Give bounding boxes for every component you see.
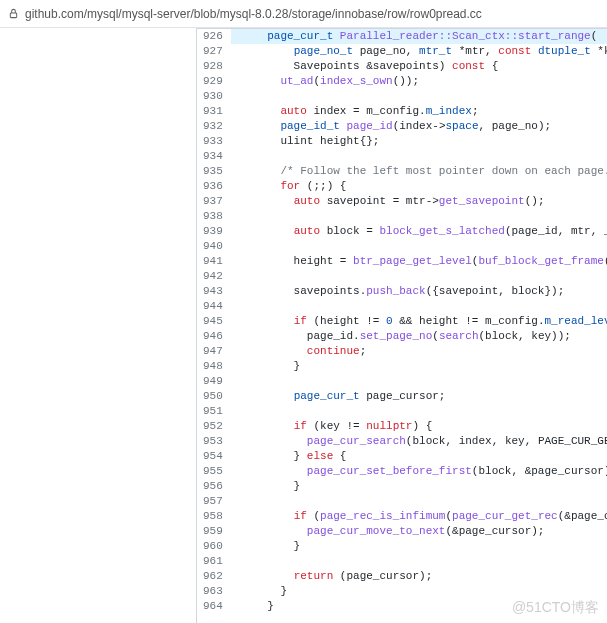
code-line: 931 auto index = m_config.m_index; [197,104,607,119]
code-line: 933 ulint height{}; [197,134,607,149]
line-content[interactable]: if (page_rec_is_infimum(page_cur_get_rec… [231,509,607,524]
line-number[interactable]: 940 [197,239,231,254]
line-content[interactable]: height = btr_page_get_level(buf_block_ge… [231,254,607,269]
line-number[interactable]: 953 [197,434,231,449]
line-content[interactable]: } [231,599,607,614]
line-content[interactable]: } [231,539,607,554]
line-number[interactable]: 957 [197,494,231,509]
line-number[interactable]: 932 [197,119,231,134]
line-number[interactable]: 943 [197,284,231,299]
line-content[interactable]: page_cur_set_before_first(block, &page_c… [231,464,607,479]
code-line: 943 savepoints.push_back({savepoint, blo… [197,284,607,299]
line-number[interactable]: 937 [197,194,231,209]
line-number[interactable]: 927 [197,44,231,59]
line-number[interactable]: 947 [197,344,231,359]
line-number[interactable]: 949 [197,374,231,389]
line-content[interactable] [231,269,607,284]
line-number[interactable]: 955 [197,464,231,479]
line-number[interactable]: 930 [197,89,231,104]
code-line: 928 Savepoints &savepoints) const { [197,59,607,74]
line-number[interactable]: 938 [197,209,231,224]
code-line: 946 page_id.set_page_no(search(block, ke… [197,329,607,344]
line-number[interactable]: 961 [197,554,231,569]
code-line: 942 [197,269,607,284]
code-line: 962 return (page_cursor); [197,569,607,584]
line-number[interactable]: 941 [197,254,231,269]
line-number[interactable]: 928 [197,59,231,74]
line-number[interactable]: 931 [197,104,231,119]
line-number[interactable]: 929 [197,74,231,89]
line-number[interactable]: 944 [197,299,231,314]
line-number[interactable]: 942 [197,269,231,284]
line-number[interactable]: 936 [197,179,231,194]
line-content[interactable]: auto index = m_config.m_index; [231,104,607,119]
line-content[interactable]: } [231,359,607,374]
code-viewer[interactable]: 926 page_cur_t Parallel_reader::Scan_ctx… [196,28,607,623]
line-content[interactable] [231,89,607,104]
line-content[interactable]: for (;;) { [231,179,607,194]
line-content[interactable]: } [231,584,607,599]
line-content[interactable]: continue; [231,344,607,359]
line-number[interactable]: 952 [197,419,231,434]
line-number[interactable]: 935 [197,164,231,179]
line-number[interactable]: 951 [197,404,231,419]
code-line: 939 auto block = block_get_s_latched(pag… [197,224,607,239]
code-line: 948 } [197,359,607,374]
line-content[interactable]: /* Follow the left most pointer down on … [231,164,607,179]
line-content[interactable]: if (key != nullptr) { [231,419,607,434]
line-content[interactable] [231,209,607,224]
code-line: 938 [197,209,607,224]
line-content[interactable]: page_id.set_page_no(search(block, key)); [231,329,607,344]
line-content[interactable]: page_no_t page_no, mtr_t *mtr, const dtu… [231,44,607,59]
line-number[interactable]: 948 [197,359,231,374]
line-content[interactable]: return (page_cursor); [231,569,607,584]
line-number[interactable]: 945 [197,314,231,329]
line-number[interactable]: 950 [197,389,231,404]
line-number[interactable]: 956 [197,479,231,494]
code-line: 930 [197,89,607,104]
line-content[interactable]: ulint height{}; [231,134,607,149]
line-number[interactable]: 964 [197,599,231,614]
line-content[interactable]: if (height != 0 && height != m_config.m_… [231,314,607,329]
line-content[interactable] [231,554,607,569]
line-content[interactable] [231,404,607,419]
line-number[interactable]: 939 [197,224,231,239]
line-content[interactable]: savepoints.push_back({savepoint, block})… [231,284,607,299]
line-number[interactable]: 933 [197,134,231,149]
line-content[interactable]: page_cur_t Parallel_reader::Scan_ctx::st… [231,29,607,44]
line-content[interactable]: ut_ad(index_s_own()); [231,74,607,89]
code-line: 929 ut_ad(index_s_own()); [197,74,607,89]
line-number[interactable]: 946 [197,329,231,344]
line-number[interactable]: 959 [197,524,231,539]
line-number[interactable]: 954 [197,449,231,464]
code-line: 936 for (;;) { [197,179,607,194]
line-content[interactable]: } else { [231,449,607,464]
code-line: 963 } [197,584,607,599]
line-content[interactable]: Savepoints &savepoints) const { [231,59,607,74]
line-content[interactable]: auto block = block_get_s_latched(page_id… [231,224,607,239]
line-content[interactable]: auto savepoint = mtr->get_savepoint(); [231,194,607,209]
line-content[interactable]: page_cur_move_to_next(&page_cursor); [231,524,607,539]
code-line: 958 if (page_rec_is_infimum(page_cur_get… [197,509,607,524]
line-number[interactable]: 926 [197,29,231,44]
line-content[interactable]: page_id_t page_id(index->space, page_no)… [231,119,607,134]
address-bar[interactable]: github.com/mysql/mysql-server/blob/mysql… [0,0,607,28]
line-number[interactable]: 934 [197,149,231,164]
line-content[interactable] [231,299,607,314]
line-number[interactable]: 958 [197,509,231,524]
code-line: 926 page_cur_t Parallel_reader::Scan_ctx… [197,29,607,44]
lock-icon [8,8,19,19]
line-content[interactable] [231,494,607,509]
line-content[interactable] [231,149,607,164]
line-number[interactable]: 962 [197,569,231,584]
code-line: 959 page_cur_move_to_next(&page_cursor); [197,524,607,539]
code-line: 952 if (key != nullptr) { [197,419,607,434]
line-number[interactable]: 963 [197,584,231,599]
code-line: 927 page_no_t page_no, mtr_t *mtr, const… [197,44,607,59]
line-content[interactable] [231,374,607,389]
line-content[interactable]: } [231,479,607,494]
line-number[interactable]: 960 [197,539,231,554]
line-content[interactable]: page_cur_t page_cursor; [231,389,607,404]
line-content[interactable] [231,239,607,254]
line-content[interactable]: page_cur_search(block, index, key, PAGE_… [231,434,607,449]
